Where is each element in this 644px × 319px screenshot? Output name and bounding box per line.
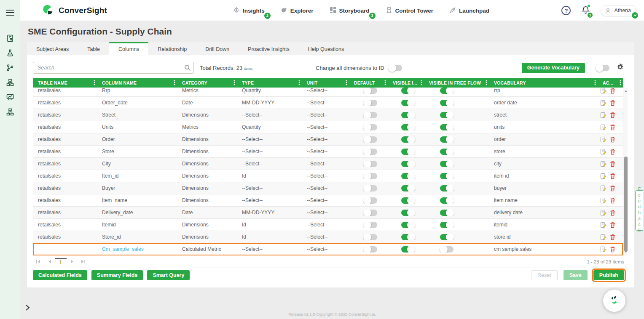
- free-flow-toggle[interactable]: [440, 173, 453, 179]
- free-flow-toggle[interactable]: [440, 234, 453, 240]
- column-menu-icon[interactable]: [594, 80, 596, 86]
- edit-icon[interactable]: [600, 100, 606, 106]
- edit-icon[interactable]: [600, 246, 606, 253]
- edit-icon[interactable]: [600, 161, 606, 167]
- column-menu-icon[interactable]: [298, 80, 300, 86]
- branch-icon[interactable]: [6, 64, 14, 72]
- menu-icon[interactable]: [6, 8, 14, 17]
- column-menu-icon[interactable]: [233, 80, 235, 86]
- column-menu-icon[interactable]: [486, 80, 487, 86]
- column-header-category[interactable]: CATEGORY: [177, 78, 237, 88]
- visible-toggle[interactable]: [401, 210, 415, 216]
- visible-toggle[interactable]: [401, 246, 415, 253]
- default-toggle[interactable]: [364, 210, 377, 216]
- column-menu-icon[interactable]: [174, 80, 175, 86]
- doc-search-icon[interactable]: [6, 35, 14, 42]
- feedback-tab[interactable]: Feedback: [635, 190, 643, 231]
- scroll-down-icon[interactable]: ▼: [624, 250, 628, 254]
- calculated-fields-button[interactable]: Calculated Fields: [33, 270, 87, 280]
- edit-icon[interactable]: [600, 222, 606, 228]
- search-input[interactable]: [33, 62, 194, 74]
- publish-button[interactable]: Publish: [593, 270, 624, 280]
- tab-table[interactable]: Table: [78, 42, 109, 55]
- delete-icon[interactable]: [610, 197, 615, 204]
- default-toggle[interactable]: [364, 112, 377, 118]
- edit-icon[interactable]: [600, 173, 606, 179]
- column-header-unit[interactable]: UNIT: [302, 78, 349, 88]
- delete-icon[interactable]: [610, 246, 615, 253]
- hierarchy-icon[interactable]: [6, 79, 14, 86]
- visible-toggle[interactable]: [401, 100, 415, 106]
- gear-icon[interactable]: [616, 63, 624, 73]
- default-toggle[interactable]: [364, 222, 377, 228]
- column-header-vocabulary[interactable]: VOCABULARY: [489, 78, 598, 88]
- default-toggle[interactable]: [364, 100, 377, 106]
- free-flow-toggle[interactable]: [440, 210, 453, 216]
- nav-item-launchpad[interactable]: Launchpad: [449, 7, 489, 15]
- next-page-icon[interactable]: [67, 258, 78, 266]
- notifications-bell[interactable]: 1: [582, 5, 590, 16]
- default-toggle[interactable]: [364, 124, 377, 130]
- tab-proactive-insights[interactable]: Proactive Insights: [239, 42, 299, 55]
- default-toggle[interactable]: [364, 185, 377, 191]
- column-menu-icon[interactable]: [346, 80, 347, 86]
- visible-toggle[interactable]: [401, 88, 415, 94]
- scrollbar-thumb[interactable]: [624, 157, 628, 252]
- athena-chat-button[interactable]: [603, 290, 625, 312]
- first-page-icon[interactable]: [33, 258, 44, 266]
- free-flow-toggle[interactable]: [440, 124, 453, 130]
- user-menu[interactable]: Athena: [601, 5, 636, 16]
- visible-toggle[interactable]: [401, 136, 415, 143]
- default-toggle[interactable]: [364, 234, 377, 240]
- nav-item-control-tower[interactable]: Control Tower: [386, 7, 434, 15]
- vertical-scrollbar[interactable]: ▲ ▼: [623, 88, 628, 255]
- conversight-logo[interactable]: ConverSight: [42, 4, 107, 17]
- save-button[interactable]: Save: [564, 270, 588, 280]
- reset-button[interactable]: Reset: [531, 270, 558, 280]
- edit-icon[interactable]: [600, 149, 606, 155]
- delete-icon[interactable]: [610, 210, 615, 216]
- nav-item-insights[interactable]: Insights 2: [233, 7, 265, 15]
- free-flow-toggle[interactable]: [440, 100, 453, 106]
- free-flow-toggle[interactable]: [440, 149, 453, 155]
- column-menu-icon[interactable]: [384, 80, 386, 86]
- free-flow-toggle[interactable]: [440, 136, 453, 143]
- default-toggle[interactable]: [364, 136, 377, 143]
- nav-item-storyboard[interactable]: Storyboard 3: [330, 7, 370, 15]
- delete-icon[interactable]: [610, 234, 615, 240]
- tab-subject-areas[interactable]: Subject Areas: [27, 42, 78, 55]
- visible-toggle[interactable]: [401, 222, 415, 228]
- visible-toggle[interactable]: [401, 161, 415, 167]
- free-flow-toggle[interactable]: [440, 161, 453, 167]
- default-toggle[interactable]: [364, 161, 377, 167]
- column-menu-icon[interactable]: [421, 80, 422, 86]
- delete-icon[interactable]: [610, 149, 615, 155]
- visible-toggle[interactable]: [401, 149, 415, 155]
- delete-icon[interactable]: [610, 136, 615, 143]
- scroll-up-icon[interactable]: ▲: [624, 89, 628, 93]
- visible-toggle[interactable]: [401, 112, 415, 118]
- edit-icon[interactable]: [600, 185, 606, 191]
- column-header-ac[interactable]: AC...: [598, 78, 623, 88]
- column-name-link[interactable]: Cm_sample_sales: [102, 246, 144, 252]
- visible-toggle[interactable]: [401, 234, 415, 240]
- expand-panel-chevron[interactable]: [25, 304, 30, 313]
- tab-columns[interactable]: Columns: [109, 42, 148, 55]
- presentation-chart-icon[interactable]: [6, 93, 14, 101]
- last-page-icon[interactable]: [78, 258, 89, 266]
- delete-icon[interactable]: [610, 222, 615, 228]
- generate-vocabulary-button[interactable]: Generate Vocabulary: [522, 63, 585, 73]
- default-toggle[interactable]: [364, 197, 377, 204]
- delete-icon[interactable]: [610, 124, 615, 130]
- workflow-icon[interactable]: [6, 108, 14, 116]
- visible-toggle[interactable]: [401, 197, 415, 204]
- delete-icon[interactable]: [610, 185, 615, 191]
- default-toggle[interactable]: [364, 149, 377, 155]
- edit-icon[interactable]: [600, 210, 606, 216]
- free-flow-toggle[interactable]: [440, 112, 453, 118]
- free-flow-toggle[interactable]: [440, 185, 453, 191]
- edit-icon[interactable]: [600, 234, 606, 240]
- delete-icon[interactable]: [610, 173, 615, 179]
- visible-toggle[interactable]: [401, 173, 415, 179]
- column-menu-icon[interactable]: [94, 80, 95, 86]
